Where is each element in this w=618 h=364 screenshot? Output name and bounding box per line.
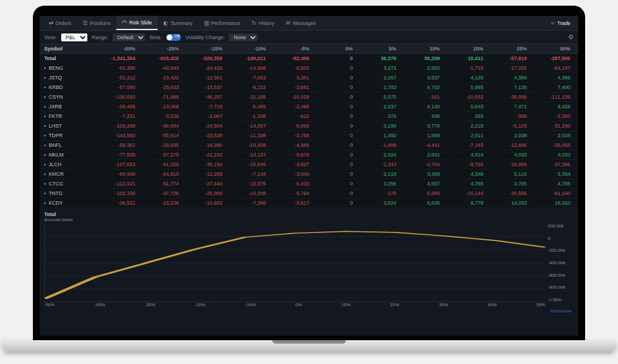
value-cell: 4,785 <box>443 181 487 187</box>
chevron-right-icon: ▸ <box>44 85 46 90</box>
value-cell: 36,299 <box>400 56 443 61</box>
screen-bezel: ⇄Orders ☰Positions ◠Risk Slide ◐Summary … <box>33 6 585 340</box>
value-cell: 3,256 <box>356 181 400 187</box>
chevron-right-icon: ▸ <box>44 201 46 205</box>
value-cell: -27,444 <box>182 181 226 187</box>
value-cell: -29,095 <box>139 142 183 148</box>
value-cell: 376 <box>356 113 400 119</box>
symbol-cell: ▸MKLM <box>44 152 95 158</box>
value-cell: -26,455 <box>530 142 574 148</box>
value-cell: 7,471 <box>487 104 531 109</box>
symbol-cell: ▸BNFL <box>44 142 95 148</box>
tab-summary[interactable]: ◐Summary <box>158 16 198 30</box>
chevron-right-icon: ▸ <box>44 104 46 109</box>
tab-risk-slide[interactable]: ◠Risk Slide <box>116 16 158 30</box>
value-cell: 2,038 <box>487 133 531 138</box>
value-cell: -287,500 <box>530 56 574 61</box>
chevron-right-icon: ▸ <box>44 153 46 157</box>
value-cell: -3,045 <box>269 171 313 177</box>
symbol-cell: ▸KCDY <box>44 200 95 206</box>
view-label: View: <box>44 35 57 40</box>
value-cell: -24,504 <box>182 123 226 129</box>
value-cell: 0 <box>313 56 357 61</box>
value-cell: 0 <box>313 200 357 206</box>
value-cell: -1,336 <box>226 113 269 119</box>
col-header: -25% <box>139 46 183 52</box>
table-row[interactable]: ▸FKTR-7,231-3,536-2,067-1,336-6220376438… <box>40 112 578 121</box>
total-row[interactable]: Total-1,341,364-615,420-329,358-196,011-… <box>40 54 578 64</box>
value-cell: -57,890 <box>95 84 139 90</box>
value-cell: -5,985 <box>400 191 443 196</box>
positions-icon: ☰ <box>83 20 88 26</box>
value-cell: 2,267 <box>356 75 400 81</box>
value-cell: -7,134 <box>226 171 269 177</box>
value-cell: -25,900 <box>182 191 226 196</box>
disclosure-link[interactable]: Disclosure <box>44 307 574 315</box>
table-row[interactable]: ▸KRBD-57,890-25,633-13,537-8,232-3,68102… <box>40 83 578 92</box>
trade-button[interactable]: ≋Trade <box>546 20 575 26</box>
range-select[interactable]: Default <box>113 33 145 41</box>
value-cell: 4,785 <box>487 181 531 187</box>
range-label: Range: <box>92 35 108 40</box>
risk-icon: ◠ <box>122 19 127 26</box>
table-row[interactable]: ▸LHST-100,268-46,064-24,504-14,567-6,056… <box>40 121 578 131</box>
value-cell: 3,778 <box>400 123 443 129</box>
table-row[interactable]: ▸MKLM-77,505-37,275-21,183-13,137-5,6790… <box>40 150 578 160</box>
tab-history[interactable]: ↻History <box>246 16 280 30</box>
table-row[interactable]: ▸JSTQ-51,312-23,422-12,591-7,652-3,36102… <box>40 73 578 83</box>
volchange-select[interactable]: None <box>229 33 257 41</box>
value-cell: -7,193 <box>443 142 487 148</box>
table-row[interactable]: ▸BNFL-59,362-29,095-16,990-10,938-4,8860… <box>40 141 578 150</box>
chart-plot[interactable] <box>44 223 545 302</box>
tab-messages[interactable]: ✉Messages <box>280 16 321 30</box>
value-cell: 3,842 <box>400 152 443 158</box>
value-cell: -8,792 <box>443 162 487 167</box>
settings-button[interactable]: ⚙ <box>568 33 574 41</box>
table-row[interactable]: ▸BENG-91,396-43,543-24,426-14,996-6,5030… <box>40 64 578 73</box>
table-row[interactable]: ▸TNTG-102,330-47,726-25,900-15,208-5,764… <box>40 189 578 198</box>
value-cell: 3,499 <box>400 171 443 177</box>
y-axis-labels: 200.00k0-200.00k-400.00k-600.00k-800.00k… <box>545 223 574 302</box>
value-cell: -4,886 <box>269 142 313 148</box>
blank-footer <box>40 316 578 336</box>
laptop-frame: ⇄Orders ☰Positions ◠Risk Slide ◐Summary … <box>0 0 618 364</box>
value-cell: 4,348 <box>443 171 487 177</box>
table-row[interactable]: ▸TDPR-142,560-55,914-23,538-11,398-3,756… <box>40 131 578 141</box>
beta-toggle[interactable]: Off <box>166 34 181 41</box>
value-cell: 0 <box>313 171 357 177</box>
value-cell: -10,938 <box>226 142 269 148</box>
chart-title: Total <box>44 211 574 217</box>
value-cell: 0 <box>313 65 357 71</box>
risk-grid: Symbol-50%-25%-15%-10%-5%0%5%10%15%25%50… <box>40 44 578 208</box>
value-cell: -46,064 <box>139 123 183 129</box>
tab-orders[interactable]: ⇄Orders <box>43 16 77 30</box>
tab-positions[interactable]: ☰Positions <box>77 16 117 30</box>
value-cell: 3,524 <box>356 200 400 206</box>
value-cell: -51,312 <box>95 75 139 81</box>
value-cell: 16,910 <box>530 200 574 206</box>
value-cell: -23,538 <box>182 133 226 138</box>
symbol-cell: ▸CTCG <box>44 181 95 187</box>
col-header: -10% <box>226 46 269 52</box>
table-row[interactable]: ▸CSYN-130,593-71,968-46,257-31,195-15,02… <box>40 92 578 102</box>
table-row[interactable]: ▸JLCH-197,653-81,029-35,194-15,845-3,827… <box>40 160 578 170</box>
chevron-right-icon: ▸ <box>44 114 46 118</box>
value-cell: -15,976 <box>226 181 269 187</box>
table-row[interactable]: ▸JXRB-26,456-13,068-7,719-5,065-2,46802,… <box>40 102 578 112</box>
view-select[interactable]: P&L <box>61 33 87 41</box>
value-cell: -16,956 <box>487 162 531 167</box>
tab-performance[interactable]: ▥Performance <box>198 16 247 30</box>
value-cell: 2,592 <box>400 65 443 71</box>
table-row[interactable]: ▸KMCR-60,990-24,810-12,258-7,134-3,04502… <box>40 170 578 179</box>
value-cell: -47,726 <box>139 191 183 196</box>
value-cell: -7,719 <box>182 104 226 109</box>
chevron-right-icon: ▸ <box>44 143 46 147</box>
value-cell: 0 <box>313 162 357 167</box>
value-cell: -43,543 <box>139 65 183 71</box>
table-row[interactable]: ▸CTCG-112,921-51,774-27,444-15,976-6,410… <box>40 179 578 189</box>
table-row[interactable]: ▸KCDY-36,521-18,236-10,922-7,266-3,61703… <box>40 198 578 208</box>
value-cell: -329,358 <box>182 56 226 61</box>
value-cell: -100,268 <box>95 123 139 129</box>
value-cell: -10,552 <box>443 94 487 100</box>
value-cell: 1,898 <box>400 133 443 138</box>
